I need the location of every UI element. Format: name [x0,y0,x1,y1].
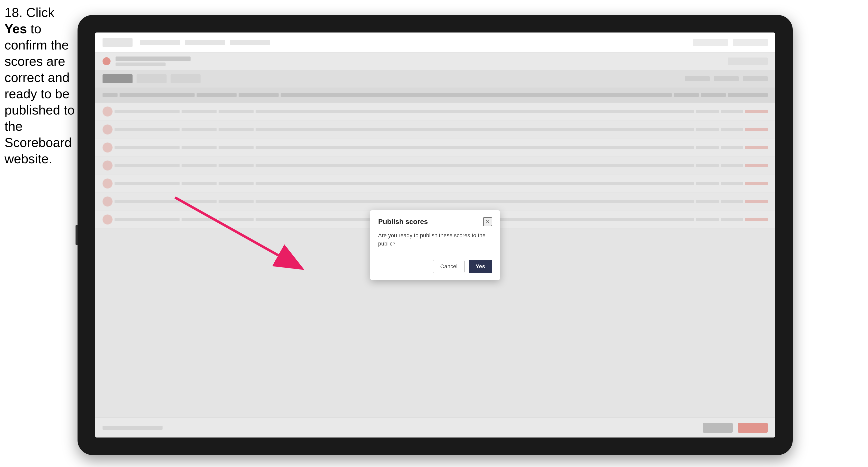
instruction-text: 18. Click Yes to confirm the scores are … [4,4,77,167]
header-right [693,39,768,46]
modal-close-button[interactable]: × [483,217,492,226]
publish-scores-modal: Publish scores × Are you ready to publis… [370,210,500,280]
instruction-text2: to confirm the scores are correct and re… [4,22,74,166]
modal-title: Publish scores [378,218,428,226]
instruction-bold: Yes [4,22,27,36]
instruction-text1: Click [26,5,55,20]
header-btn-1 [693,39,728,46]
modal-header: Publish scores × [370,210,500,231]
yes-button[interactable]: Yes [469,260,492,273]
modal-body: Are you ready to publish these scores to… [370,231,500,255]
tablet-screen: Publish scores × Are you ready to publis… [95,32,775,437]
header-nav [140,40,685,45]
nav-item-2 [185,40,225,45]
cancel-button[interactable]: Cancel [433,260,465,273]
step-number: 18. [4,5,23,20]
modal-footer: Cancel Yes [370,255,500,280]
app-content: Publish scores × Are you ready to publis… [95,53,775,437]
svg-line-1 [175,197,300,268]
header-btn-2 [733,39,768,46]
modal-overlay: Publish scores × Are you ready to publis… [95,53,775,437]
app-logo [102,38,132,47]
app-header [95,32,775,53]
nav-item-1 [140,40,180,45]
tablet-frame: Publish scores × Are you ready to publis… [78,15,793,455]
tablet-side-button [75,225,78,245]
nav-item-3 [230,40,270,45]
